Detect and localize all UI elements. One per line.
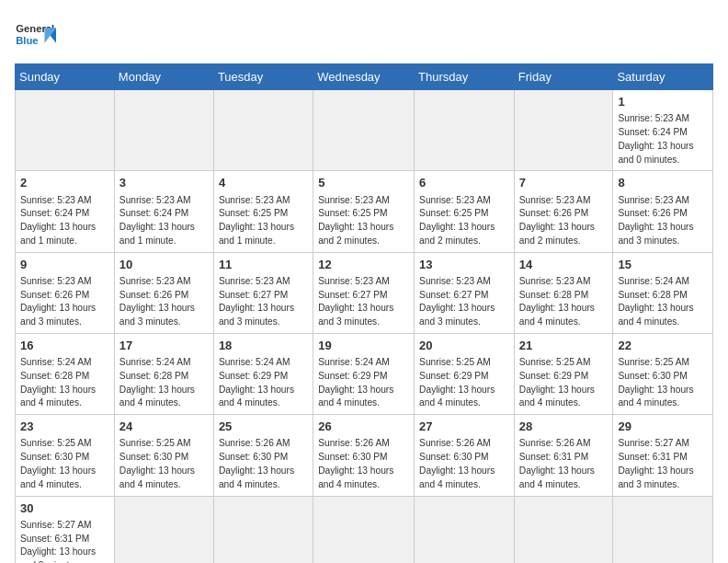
day-cell: 8Sunrise: 5:23 AMSunset: 6:26 PMDaylight… — [613, 171, 713, 252]
day-cell: 26Sunrise: 5:26 AMSunset: 6:30 PMDayligh… — [313, 415, 415, 496]
day-cell: 6Sunrise: 5:23 AMSunset: 6:25 PMDaylight… — [415, 171, 515, 252]
day-number: 12 — [318, 257, 409, 273]
day-cell: 5Sunrise: 5:23 AMSunset: 6:25 PMDaylight… — [313, 171, 415, 252]
day-cell: 19Sunrise: 5:24 AMSunset: 6:29 PMDayligh… — [313, 333, 415, 414]
day-info: Sunrise: 5:26 AMSunset: 6:30 PMDaylight:… — [419, 437, 509, 491]
day-header-saturday: Saturday — [613, 64, 713, 90]
day-info: Sunrise: 5:23 AMSunset: 6:27 PMDaylight:… — [318, 275, 409, 329]
day-header-thursday: Thursday — [415, 64, 515, 90]
day-number: 28 — [519, 419, 609, 435]
day-cell: 23Sunrise: 5:25 AMSunset: 6:30 PMDayligh… — [16, 415, 115, 496]
day-cell: 3Sunrise: 5:23 AMSunset: 6:24 PMDaylight… — [114, 171, 213, 252]
day-header-sunday: Sunday — [16, 64, 115, 90]
day-cell: 27Sunrise: 5:26 AMSunset: 6:30 PMDayligh… — [415, 415, 515, 496]
day-cell — [613, 496, 713, 563]
day-number: 18 — [219, 338, 308, 354]
day-cell: 21Sunrise: 5:25 AMSunset: 6:29 PMDayligh… — [514, 333, 613, 414]
day-header-wednesday: Wednesday — [313, 64, 415, 90]
day-number: 27 — [419, 419, 509, 435]
day-info: Sunrise: 5:23 AMSunset: 6:25 PMDaylight:… — [419, 194, 509, 248]
day-cell — [514, 496, 613, 563]
day-info: Sunrise: 5:24 AMSunset: 6:29 PMDaylight:… — [219, 356, 308, 410]
week-row-5: 23Sunrise: 5:25 AMSunset: 6:30 PMDayligh… — [16, 415, 713, 496]
day-number: 30 — [20, 500, 109, 517]
day-info: Sunrise: 5:27 AMSunset: 6:31 PMDaylight:… — [20, 519, 109, 563]
day-cell: 4Sunrise: 5:23 AMSunset: 6:25 PMDaylight… — [213, 171, 313, 252]
day-number: 15 — [618, 257, 708, 273]
week-row-1: 1Sunrise: 5:23 AMSunset: 6:24 PMDaylight… — [16, 90, 713, 171]
day-number: 4 — [219, 175, 308, 191]
day-info: Sunrise: 5:23 AMSunset: 6:27 PMDaylight:… — [419, 275, 509, 329]
day-header-tuesday: Tuesday — [213, 64, 313, 90]
logo: General Blue — [15, 15, 61, 56]
day-info: Sunrise: 5:26 AMSunset: 6:31 PMDaylight:… — [519, 437, 609, 491]
day-number: 21 — [519, 338, 609, 354]
day-info: Sunrise: 5:27 AMSunset: 6:31 PMDaylight:… — [618, 437, 708, 491]
day-cell: 15Sunrise: 5:24 AMSunset: 6:28 PMDayligh… — [613, 252, 713, 333]
day-info: Sunrise: 5:25 AMSunset: 6:30 PMDaylight:… — [20, 437, 109, 491]
day-cell: 20Sunrise: 5:25 AMSunset: 6:29 PMDayligh… — [415, 333, 515, 414]
header: General Blue — [15, 15, 713, 56]
day-info: Sunrise: 5:25 AMSunset: 6:30 PMDaylight:… — [618, 356, 708, 410]
day-info: Sunrise: 5:25 AMSunset: 6:30 PMDaylight:… — [119, 437, 209, 491]
day-number: 25 — [219, 419, 308, 435]
day-info: Sunrise: 5:26 AMSunset: 6:30 PMDaylight:… — [219, 437, 308, 491]
day-info: Sunrise: 5:23 AMSunset: 6:25 PMDaylight:… — [318, 194, 409, 248]
day-number: 16 — [20, 338, 109, 354]
day-cell — [114, 90, 213, 171]
day-cell: 25Sunrise: 5:26 AMSunset: 6:30 PMDayligh… — [213, 415, 313, 496]
day-cell: 16Sunrise: 5:24 AMSunset: 6:28 PMDayligh… — [16, 333, 115, 414]
day-number: 17 — [119, 338, 209, 354]
day-number: 23 — [20, 419, 109, 435]
day-info: Sunrise: 5:23 AMSunset: 6:26 PMDaylight:… — [519, 194, 609, 248]
day-info: Sunrise: 5:26 AMSunset: 6:30 PMDaylight:… — [318, 437, 409, 491]
day-info: Sunrise: 5:25 AMSunset: 6:29 PMDaylight:… — [419, 356, 509, 410]
day-number: 6 — [419, 175, 509, 191]
day-number: 2 — [20, 175, 109, 191]
day-cell — [514, 90, 613, 171]
day-number: 7 — [519, 175, 609, 191]
day-info: Sunrise: 5:23 AMSunset: 6:25 PMDaylight:… — [219, 194, 308, 248]
day-number: 22 — [618, 338, 708, 354]
day-cell: 2Sunrise: 5:23 AMSunset: 6:24 PMDaylight… — [16, 171, 115, 252]
day-info: Sunrise: 5:23 AMSunset: 6:26 PMDaylight:… — [20, 275, 109, 329]
day-cell: 30Sunrise: 5:27 AMSunset: 6:31 PMDayligh… — [16, 496, 115, 563]
day-info: Sunrise: 5:23 AMSunset: 6:24 PMDaylight:… — [119, 194, 209, 248]
day-number: 20 — [419, 338, 509, 354]
day-cell: 10Sunrise: 5:23 AMSunset: 6:26 PMDayligh… — [114, 252, 213, 333]
day-number: 10 — [119, 257, 209, 273]
day-cell — [213, 496, 313, 563]
day-number: 5 — [318, 175, 409, 191]
day-number: 29 — [618, 419, 708, 435]
day-cell — [415, 90, 515, 171]
logo-icon: General Blue — [15, 15, 61, 56]
day-info: Sunrise: 5:24 AMSunset: 6:28 PMDaylight:… — [20, 356, 109, 410]
day-number: 24 — [119, 419, 209, 435]
svg-text:Blue: Blue — [16, 35, 38, 46]
days-header-row: SundayMondayTuesdayWednesdayThursdayFrid… — [16, 64, 713, 90]
day-cell: 28Sunrise: 5:26 AMSunset: 6:31 PMDayligh… — [514, 415, 613, 496]
day-header-monday: Monday — [114, 64, 213, 90]
day-info: Sunrise: 5:23 AMSunset: 6:26 PMDaylight:… — [618, 194, 708, 248]
day-number: 1 — [618, 94, 708, 110]
day-cell: 22Sunrise: 5:25 AMSunset: 6:30 PMDayligh… — [613, 333, 713, 414]
day-cell: 12Sunrise: 5:23 AMSunset: 6:27 PMDayligh… — [313, 252, 415, 333]
day-cell: 24Sunrise: 5:25 AMSunset: 6:30 PMDayligh… — [114, 415, 213, 496]
day-info: Sunrise: 5:23 AMSunset: 6:26 PMDaylight:… — [119, 275, 209, 329]
day-number: 13 — [419, 257, 509, 273]
day-info: Sunrise: 5:24 AMSunset: 6:28 PMDaylight:… — [119, 356, 209, 410]
day-info: Sunrise: 5:24 AMSunset: 6:29 PMDaylight:… — [318, 356, 409, 410]
day-number: 3 — [119, 175, 209, 191]
day-cell: 7Sunrise: 5:23 AMSunset: 6:26 PMDaylight… — [514, 171, 613, 252]
day-info: Sunrise: 5:23 AMSunset: 6:24 PMDaylight:… — [618, 112, 708, 167]
day-cell: 14Sunrise: 5:23 AMSunset: 6:28 PMDayligh… — [514, 252, 613, 333]
week-row-2: 2Sunrise: 5:23 AMSunset: 6:24 PMDaylight… — [16, 171, 713, 252]
week-row-3: 9Sunrise: 5:23 AMSunset: 6:26 PMDaylight… — [16, 252, 713, 333]
day-cell: 17Sunrise: 5:24 AMSunset: 6:28 PMDayligh… — [114, 333, 213, 414]
day-info: Sunrise: 5:24 AMSunset: 6:28 PMDaylight:… — [618, 275, 708, 329]
day-info: Sunrise: 5:23 AMSunset: 6:24 PMDaylight:… — [20, 194, 109, 248]
day-info: Sunrise: 5:25 AMSunset: 6:29 PMDaylight:… — [519, 356, 609, 410]
day-number: 14 — [519, 257, 609, 273]
day-cell: 9Sunrise: 5:23 AMSunset: 6:26 PMDaylight… — [16, 252, 115, 333]
week-row-4: 16Sunrise: 5:24 AMSunset: 6:28 PMDayligh… — [16, 333, 713, 414]
